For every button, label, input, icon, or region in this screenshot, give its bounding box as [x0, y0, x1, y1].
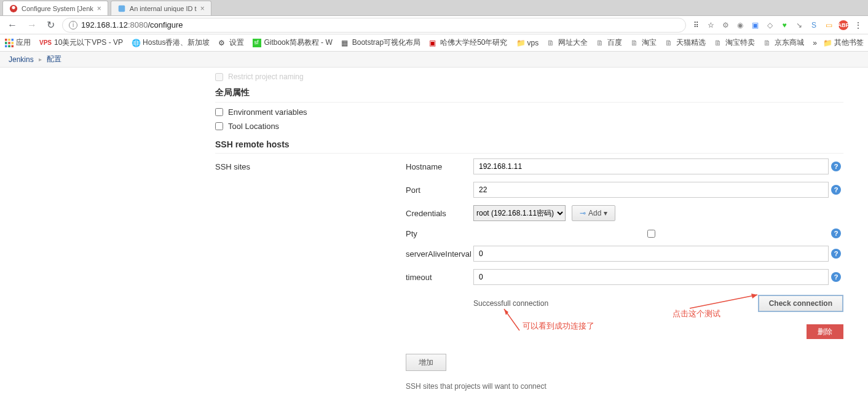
- bookmark-item[interactable]: 🗎天猫精选: [665, 37, 706, 48]
- translate-icon[interactable]: ⠿: [691, 20, 701, 30]
- tool-locations-checkbox[interactable]: [215, 122, 223, 130]
- other-bookmarks[interactable]: 📁其他书签: [823, 37, 864, 48]
- breadcrumb-root[interactable]: Jenkins: [9, 55, 34, 64]
- extension-icons: ⠿ ☆ ⚙ ◉ ▣ ◇ ♥ ↘ S ▭ ABP ⋮: [691, 20, 863, 30]
- bookmark-more[interactable]: »: [813, 39, 817, 47]
- ext-icon[interactable]: ⚙: [720, 20, 730, 30]
- help-icon[interactable]: ?: [831, 162, 841, 171]
- tab-title: Configure System [Jenk: [22, 5, 93, 12]
- svg-rect-2: [119, 5, 125, 12]
- svg-rect-7: [8, 42, 10, 44]
- truncated-label: Restrict project naming: [228, 72, 304, 81]
- tab-other[interactable]: An internal unique ID t ×: [111, 1, 211, 15]
- chevron-right-icon: ▸: [39, 56, 42, 63]
- bookmark-item[interactable]: 🗎淘宝: [631, 37, 657, 48]
- section-global-properties: 全局属性: [215, 87, 843, 98]
- back-button[interactable]: ←: [5, 20, 20, 31]
- connection-result-row: Successfull connection Check connection …: [473, 295, 843, 312]
- hostname-input[interactable]: [473, 158, 829, 174]
- ssh-sites-label: SSH sites: [215, 162, 406, 171]
- ext-icon[interactable]: ◇: [765, 20, 775, 30]
- bookmark-item[interactable]: VPS 10美元以下VPS - VP: [39, 37, 123, 48]
- bookmark-item[interactable]: 🌐Hostus香港、新加坡: [132, 37, 210, 48]
- forward-button[interactable]: →: [25, 20, 39, 31]
- timeout-input[interactable]: [473, 269, 829, 285]
- star-icon[interactable]: ☆: [706, 20, 716, 30]
- apps-icon: [5, 39, 14, 47]
- annotation-left: 可以看到成功连接了: [523, 321, 594, 332]
- credentials-label: Credentials: [406, 209, 473, 218]
- pty-label: Pty: [406, 229, 473, 238]
- ext-icon[interactable]: ◉: [735, 20, 745, 30]
- svg-point-1: [12, 6, 15, 9]
- env-vars-checkbox[interactable]: [215, 108, 223, 116]
- address-bar: ← → ↻ i 192.168.1.12:8080/configure ⠿ ☆ …: [0, 16, 868, 34]
- svg-marker-15: [751, 294, 757, 298]
- help-icon[interactable]: ?: [831, 185, 841, 195]
- help-icon[interactable]: ?: [831, 228, 841, 238]
- reload-button[interactable]: ↻: [44, 19, 57, 31]
- tool-locations-label: Tool Locations: [228, 122, 279, 131]
- section-ssh-remote: SSH remote hosts: [215, 139, 843, 149]
- bookmark-item[interactable]: 🗎淘宝特卖: [714, 37, 755, 48]
- bookmark-item[interactable]: 🗎网址大全: [547, 37, 588, 48]
- bookmark-item[interactable]: sfGitbook简易教程 - W: [253, 37, 332, 48]
- pty-checkbox[interactable]: [647, 230, 655, 238]
- env-vars-label: Environment variables: [228, 107, 307, 117]
- tool-locations-row: Tool Locations: [215, 119, 843, 133]
- ext-icon[interactable]: S: [809, 20, 819, 30]
- url-text: 192.168.1.12:8080/configure: [81, 20, 183, 29]
- bookmark-item[interactable]: 🗎京东商城: [763, 37, 804, 48]
- tab-jenkins[interactable]: Configure System [Jenk ×: [2, 1, 108, 15]
- breadcrumb-current[interactable]: 配置: [47, 54, 61, 64]
- breadcrumb: Jenkins ▸ 配置: [0, 52, 868, 68]
- svg-rect-9: [5, 45, 7, 47]
- svg-rect-8: [12, 42, 14, 44]
- chevron-down-icon: ▾: [604, 209, 607, 217]
- help-icon[interactable]: ?: [831, 272, 841, 282]
- bookmark-item[interactable]: ▣哈佛大学经50年研究: [429, 37, 507, 48]
- ssh-form: SSH sites Hostname ? Port ? Credentials …: [215, 158, 843, 391]
- svg-rect-11: [12, 45, 14, 47]
- credentials-select[interactable]: root (192.168.1.11密码): [473, 205, 566, 221]
- bookmark-item[interactable]: 🗎百度: [596, 37, 622, 48]
- adblock-icon[interactable]: ABP: [838, 20, 848, 30]
- env-vars-row: Environment variables: [215, 105, 843, 119]
- close-icon[interactable]: ×: [97, 4, 101, 13]
- add-credentials-button[interactable]: ⊸ Add ▾: [572, 205, 615, 221]
- svg-line-14: [690, 295, 757, 308]
- serveralive-label: serverAliveInterval: [406, 249, 473, 259]
- bookmark-bar: 应用 VPS 10美元以下VPS - VP 🌐Hostus香港、新加坡 ⚙设置 …: [0, 34, 868, 52]
- jenkins-icon: [9, 4, 18, 13]
- port-label: Port: [406, 185, 473, 195]
- delete-button[interactable]: 删除: [807, 324, 843, 339]
- ext-icon[interactable]: ▣: [750, 20, 760, 30]
- bookmark-item[interactable]: 📁vps: [516, 39, 539, 47]
- menu-icon[interactable]: ⋮: [853, 20, 863, 30]
- help-icon[interactable]: ?: [831, 249, 841, 259]
- serveralive-input[interactable]: [473, 246, 829, 262]
- url-input[interactable]: i 192.168.1.12:8080/configure: [62, 18, 686, 33]
- bookmark-item[interactable]: ⚙设置: [218, 37, 244, 48]
- ssh-sites-description: SSH sites that projects will want to con…: [406, 382, 843, 391]
- svg-rect-3: [5, 39, 7, 41]
- annotation-right: 点击这个测试: [673, 308, 720, 319]
- tab-title: An internal unique ID t: [130, 5, 197, 12]
- add-label: Add: [588, 209, 601, 217]
- port-input[interactable]: [473, 182, 829, 198]
- hostname-label: Hostname: [406, 162, 473, 171]
- svg-rect-10: [8, 45, 10, 47]
- bookmark-item[interactable]: ▦Bootstrap可视化布局: [341, 37, 420, 48]
- close-icon[interactable]: ×: [200, 4, 205, 13]
- ext-icon[interactable]: ♥: [779, 20, 789, 30]
- check-connection-button[interactable]: Check connection: [758, 295, 843, 312]
- ext-icon[interactable]: ▭: [824, 20, 834, 30]
- apps-label: 应用: [16, 37, 31, 48]
- apps-button[interactable]: 应用: [5, 37, 31, 48]
- browser-tabs: Configure System [Jenk × An internal uni…: [0, 0, 868, 16]
- ext-icon[interactable]: ↘: [794, 20, 804, 30]
- add-site-button[interactable]: 增加: [406, 354, 446, 371]
- truncated-row: Restrict project naming: [215, 72, 843, 81]
- main-content: Restrict project naming 全局属性 Environment…: [0, 68, 868, 398]
- info-icon[interactable]: i: [69, 21, 77, 29]
